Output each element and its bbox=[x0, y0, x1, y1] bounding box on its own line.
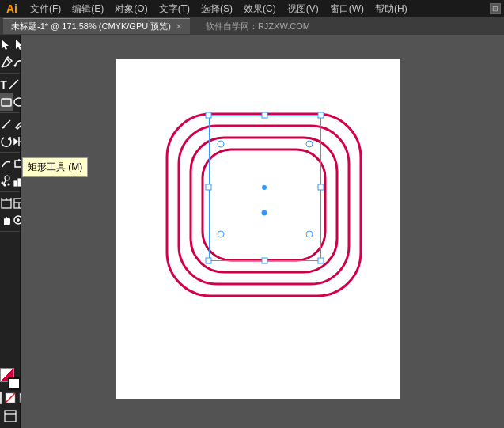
artboard bbox=[116, 59, 400, 399]
menu-select[interactable]: 选择(S) bbox=[196, 1, 237, 17]
grid-view-button[interactable]: ⊞ bbox=[490, 3, 501, 14]
color-section: ⬜ bbox=[0, 366, 20, 426]
warp-tool[interactable] bbox=[0, 155, 13, 172]
website-label: 软件自学网：RJZXW.COM bbox=[206, 21, 310, 32]
brush-tool-row bbox=[0, 116, 20, 133]
type-tool-row: T bbox=[0, 76, 20, 93]
solid-color-button[interactable] bbox=[4, 392, 17, 404]
menu-object[interactable]: 对象(O) bbox=[110, 1, 152, 17]
rectangle-tool[interactable] bbox=[0, 93, 13, 111]
menu-window[interactable]: 窗口(W) bbox=[325, 1, 369, 17]
selection-tools bbox=[0, 36, 20, 74]
slice-tool-row bbox=[0, 195, 20, 212]
svg-rect-20 bbox=[2, 200, 11, 208]
svg-marker-9 bbox=[14, 139, 17, 144]
tab-bar: 未标题-1* @ 171.58% (CMYK/GPU 预览) ✕ 软件自学网：R… bbox=[0, 17, 504, 35]
window-controls: ⊞ bbox=[490, 3, 501, 14]
selection-tool[interactable] bbox=[0, 36, 13, 54]
line-tool[interactable] bbox=[7, 76, 20, 93]
fill-stroke-indicator[interactable] bbox=[0, 368, 21, 390]
svg-point-14 bbox=[2, 182, 3, 184]
transform-tools bbox=[0, 116, 20, 153]
stroke-color[interactable] bbox=[8, 377, 21, 390]
tab-label: 未标题-1* @ 171.58% (CMYK/GPU 预览) bbox=[11, 21, 171, 32]
tab-close-button[interactable]: ✕ bbox=[176, 22, 182, 31]
active-tab[interactable]: 未标题-1* @ 171.58% (CMYK/GPU 预览) ✕ bbox=[3, 18, 190, 34]
ai-logo: Ai bbox=[3, 2, 21, 15]
svg-rect-6 bbox=[2, 99, 11, 106]
toolbar-left: T bbox=[0, 35, 21, 428]
svg-point-3 bbox=[14, 65, 17, 67]
hand-tool[interactable] bbox=[0, 212, 13, 229]
svg-point-16 bbox=[8, 184, 9, 185]
symbol-tool-row bbox=[0, 172, 20, 190]
menu-effect[interactable]: 效果(C) bbox=[239, 1, 281, 17]
type-shape-tools: T bbox=[0, 76, 20, 113]
warp-tool-row bbox=[0, 155, 20, 172]
rotate-tool-row bbox=[0, 133, 20, 150]
menu-text[interactable]: 文字(T) bbox=[154, 1, 195, 17]
pen-tool-row bbox=[0, 54, 20, 71]
none-color-button[interactable]: ⬜ bbox=[0, 392, 2, 404]
paintbrush-tool[interactable] bbox=[0, 116, 13, 133]
menu-bar: 文件(F) 编辑(E) 对象(O) 文字(T) 选择(S) 效果(C) 视图(V… bbox=[25, 1, 412, 17]
canvas-area[interactable] bbox=[21, 35, 504, 428]
navigate-tools bbox=[0, 195, 20, 232]
rotate-tool[interactable] bbox=[0, 133, 13, 150]
main-layout: T bbox=[0, 35, 504, 428]
svg-line-5 bbox=[9, 80, 18, 89]
menu-file[interactable]: 文件(F) bbox=[25, 1, 66, 17]
svg-marker-0 bbox=[2, 40, 9, 50]
warp-tools bbox=[0, 155, 20, 192]
svg-rect-17 bbox=[14, 181, 17, 186]
selection-tool-row bbox=[0, 36, 20, 54]
symbol-sprayer[interactable] bbox=[0, 172, 13, 190]
svg-point-15 bbox=[4, 184, 6, 186]
hand-zoom-row bbox=[0, 212, 20, 229]
svg-rect-34 bbox=[5, 411, 16, 422]
pen-tool[interactable] bbox=[0, 54, 13, 71]
menu-view[interactable]: 视图(V) bbox=[282, 1, 324, 17]
artboard-tool[interactable] bbox=[0, 195, 13, 212]
svg-point-2 bbox=[2, 66, 4, 68]
menu-edit[interactable]: 编辑(E) bbox=[67, 1, 108, 17]
type-tool[interactable]: T bbox=[0, 76, 7, 93]
svg-point-13 bbox=[5, 176, 9, 180]
screen-mode-button[interactable] bbox=[0, 407, 21, 425]
menu-help[interactable]: 帮助(H) bbox=[370, 1, 412, 17]
rect-ellipse-row bbox=[0, 93, 20, 111]
title-bar: Ai 文件(F) 编辑(E) 对象(O) 文字(T) 选择(S) 效果(C) 视… bbox=[0, 0, 504, 17]
